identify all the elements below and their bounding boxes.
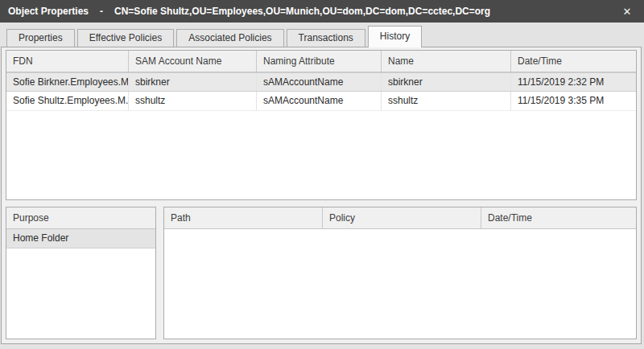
column-header-datetime[interactable]: Date/Time <box>511 51 636 72</box>
column-header-sam-account-name[interactable]: SAM Account Name <box>129 51 257 72</box>
tab-transactions[interactable]: Transactions <box>287 29 365 47</box>
column-header-naming-attribute[interactable]: Naming Attribute <box>257 51 382 72</box>
column-header-policy[interactable]: Policy <box>323 207 481 228</box>
cell-name: sshultz <box>382 92 511 110</box>
cell-datetime: 11/15/2019 3:35 PM <box>511 92 636 110</box>
object-dn: CN=Sofie Shultz,OU=Employees,OU=Munich,O… <box>114 6 490 17</box>
history-tab-panel: FDN SAM Account Name Naming Attribute Na… <box>1 47 642 344</box>
detail-table-header: Path Policy Date/Time <box>164 207 636 229</box>
cell-name: sbirkner <box>382 73 511 91</box>
tab-strip: Properties Effective Policies Associated… <box>0 23 644 47</box>
cell-sam-account-name: sshultz <box>129 92 257 110</box>
purpose-panel-header[interactable]: Purpose <box>6 207 155 229</box>
column-header-datetime[interactable]: Date/Time <box>481 207 636 228</box>
cell-fdn: Sofie Shultz.Employees.M... <box>6 92 129 110</box>
history-table: FDN SAM Account Name Naming Attribute Na… <box>6 50 637 200</box>
detail-table: Path Policy Date/Time <box>163 207 637 339</box>
cell-sam-account-name: sbirkner <box>129 73 257 91</box>
column-header-fdn[interactable]: FDN <box>6 51 129 72</box>
tab-associated-policies[interactable]: Associated Policies <box>176 29 283 47</box>
lower-section: Purpose Home Folder Path Policy Date/Tim… <box>6 207 637 339</box>
object-properties-dialog: Object Properties - CN=Sofie Shultz,OU=E… <box>0 0 644 349</box>
column-header-name[interactable]: Name <box>382 51 511 72</box>
title-bar: Object Properties - CN=Sofie Shultz,OU=E… <box>0 0 644 23</box>
tab-effective-policies[interactable]: Effective Policies <box>77 29 175 47</box>
history-table-header: FDN SAM Account Name Naming Attribute Na… <box>6 51 636 72</box>
table-row[interactable]: Sofie Shultz.Employees.M... sshultz sAMA… <box>6 92 636 111</box>
tab-history[interactable]: History <box>368 26 422 47</box>
cell-fdn: Sofie Birkner.Employees.M... <box>6 73 129 91</box>
cell-naming-attribute: sAMAccountName <box>257 92 382 110</box>
tab-properties[interactable]: Properties <box>6 29 75 47</box>
list-item-home-folder[interactable]: Home Folder <box>6 229 155 248</box>
cell-datetime: 11/15/2019 2:32 PM <box>511 73 636 91</box>
dialog-title: Object Properties <box>8 6 89 17</box>
title-separator: - <box>100 6 103 17</box>
table-row[interactable]: Sofie Birkner.Employees.M... sbirkner sA… <box>6 72 636 92</box>
cell-naming-attribute: sAMAccountName <box>257 73 382 91</box>
purpose-panel: Purpose Home Folder <box>6 207 156 339</box>
close-icon[interactable]: ✕ <box>618 2 636 20</box>
column-header-path[interactable]: Path <box>164 207 323 228</box>
